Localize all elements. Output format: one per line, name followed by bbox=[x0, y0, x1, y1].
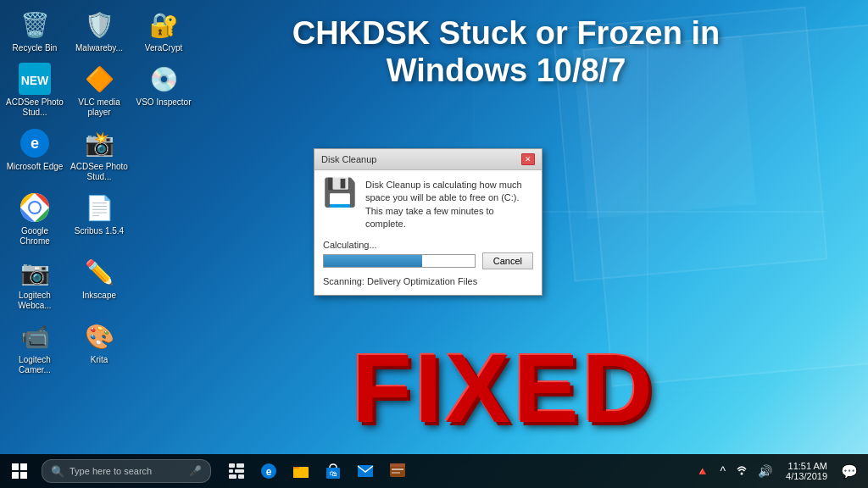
progress-section: Calculating... Cancel Scanning: Delivery… bbox=[323, 240, 533, 286]
edge-icon: e bbox=[18, 126, 52, 160]
desktop-icons: 🗑️ Recycle Bin 🛡️ Malwareby... 🔐 VeraCry… bbox=[4, 4, 194, 379]
inkscape-icon: ✏️ bbox=[82, 255, 116, 289]
microphone-icon: 🎤 bbox=[189, 465, 202, 477]
svg-rect-16 bbox=[20, 472, 27, 479]
system-tray: 🔺 ^ 🔊 11:51 AM 4/13/2019 💬 bbox=[692, 460, 868, 483]
malwarebytes-icon: 🛡️ bbox=[82, 8, 116, 42]
progress-label: Calculating... bbox=[323, 240, 533, 250]
fixed-text: FIXED bbox=[165, 340, 843, 437]
progress-row: Cancel bbox=[323, 252, 533, 269]
clock-date: 4/13/2019 bbox=[786, 471, 827, 481]
cancel-button[interactable]: Cancel bbox=[482, 252, 533, 269]
chrome-icon bbox=[18, 191, 52, 225]
desktop: 🗑️ Recycle Bin 🛡️ Malwareby... 🔐 VeraCry… bbox=[0, 0, 868, 488]
recycle-bin-icon: 🗑️ bbox=[18, 8, 52, 42]
svg-point-34 bbox=[741, 472, 743, 474]
svg-rect-33 bbox=[392, 472, 400, 474]
svg-text:🛍: 🛍 bbox=[330, 469, 337, 478]
icon-vlc[interactable]: 🔶 VLC media player bbox=[69, 58, 130, 121]
tray-chevron-icon[interactable]: ^ bbox=[716, 463, 729, 480]
clock-time: 11:51 AM bbox=[788, 461, 827, 471]
progress-bar-container bbox=[323, 254, 476, 268]
tray-volume-icon[interactable]: 🔊 bbox=[754, 463, 776, 480]
search-icon: 🔍 bbox=[51, 465, 64, 478]
svg-rect-15 bbox=[12, 472, 19, 479]
taskbar-browser2[interactable] bbox=[382, 454, 413, 488]
tray-network-icon[interactable]: 🔺 bbox=[692, 463, 713, 480]
taskbar-mail[interactable] bbox=[350, 454, 381, 488]
acdsee2-icon: 📸 bbox=[82, 126, 116, 160]
disk-cleanup-dialog: Disk Cleanup ✕ 💾 Disk Cleanup is calcula… bbox=[314, 148, 542, 296]
recycle-bin-label: Recycle Bin bbox=[13, 43, 58, 53]
disk-cleanup-icon: 💾 bbox=[323, 179, 357, 206]
vlc-icon: 🔶 bbox=[82, 62, 116, 96]
search-bar[interactable]: 🔍 Type here to search 🎤 bbox=[42, 459, 211, 483]
svg-rect-14 bbox=[20, 463, 27, 470]
dialog-body: 💾 Disk Cleanup is calculating how much s… bbox=[314, 170, 542, 295]
vlc-label: VLC media player bbox=[70, 97, 128, 118]
svg-rect-29 bbox=[358, 465, 373, 477]
svg-point-12 bbox=[30, 202, 40, 213]
tray-network-wifi[interactable] bbox=[732, 463, 751, 480]
dialog-close-button[interactable]: ✕ bbox=[521, 153, 535, 165]
icon-logitech-web[interactable]: 📷 Logitech Webca... bbox=[4, 252, 65, 314]
dialog-titlebar: Disk Cleanup ✕ bbox=[314, 149, 542, 170]
icon-malwarebytes[interactable]: 🛡️ Malwareby... bbox=[69, 4, 130, 57]
icon-krita[interactable]: 🎨 Krita bbox=[69, 316, 130, 369]
svg-rect-26 bbox=[293, 469, 309, 478]
svg-rect-13 bbox=[12, 463, 19, 470]
icon-edge[interactable]: e Microsoft Edge bbox=[4, 123, 65, 175]
svg-rect-31 bbox=[390, 463, 405, 467]
svg-rect-20 bbox=[235, 469, 244, 473]
inkscape-label: Inkscape bbox=[82, 291, 116, 301]
scribus-label: Scribus 1.5.4 bbox=[75, 226, 124, 236]
acdsee-label: ACDSee Photo Stud... bbox=[6, 97, 64, 118]
start-button[interactable] bbox=[0, 454, 38, 488]
taskbar-app-icons: e 🛍 bbox=[221, 454, 413, 488]
notification-icon[interactable]: 💬 bbox=[837, 460, 861, 483]
krita-icon: 🎨 bbox=[82, 319, 116, 353]
scanning-text: Scanning: Delivery Optimization Files bbox=[323, 276, 533, 286]
icon-scribus[interactable]: 📄 Scribus 1.5.4 bbox=[69, 187, 130, 240]
logitech-cam-icon: 📹 bbox=[18, 319, 52, 353]
icon-recycle-bin[interactable]: 🗑️ Recycle Bin bbox=[4, 4, 65, 57]
chrome-label: Google Chrome bbox=[6, 226, 64, 247]
svg-text:e: e bbox=[266, 466, 272, 478]
malwarebytes-label: Malwareby... bbox=[75, 43, 123, 53]
svg-rect-21 bbox=[229, 474, 236, 479]
search-placeholder: Type here to search bbox=[70, 466, 152, 476]
svg-rect-19 bbox=[229, 469, 233, 473]
icon-inkscape[interactable]: ✏️ Inkscape bbox=[69, 252, 130, 304]
taskbar-edge[interactable]: e bbox=[253, 454, 284, 488]
icon-chrome[interactable]: Google Chrome bbox=[4, 187, 65, 250]
svg-rect-22 bbox=[238, 474, 244, 479]
icon-logitech-cam[interactable]: 📹 Logitech Camer... bbox=[4, 316, 65, 379]
acdsee2-label: ACDSee Photo Stud... bbox=[70, 162, 128, 182]
scanning-value: Delivery Optimization Files bbox=[367, 276, 477, 286]
scanning-label: Scanning: bbox=[323, 276, 364, 286]
dialog-title: Disk Cleanup bbox=[321, 154, 376, 164]
logitech-webcam-icon: 📷 bbox=[18, 255, 52, 289]
logitech-webcam-label: Logitech Webca... bbox=[6, 291, 64, 311]
svg-text:e: e bbox=[31, 135, 39, 152]
svg-rect-18 bbox=[236, 463, 244, 468]
progress-bar-fill bbox=[324, 255, 422, 267]
dialog-icon-row: 💾 Disk Cleanup is calculating how much s… bbox=[323, 179, 533, 231]
acdsee-icon: NEW bbox=[18, 62, 52, 96]
main-title: CHKDSK Stuck or Frozen in Windows 10/8/7 bbox=[170, 15, 843, 89]
taskbar-task-view[interactable] bbox=[221, 454, 252, 488]
taskbar: 🔍 Type here to search 🎤 e bbox=[0, 454, 868, 488]
logitech-cam-label: Logitech Camer... bbox=[6, 355, 64, 375]
krita-label: Krita bbox=[91, 355, 108, 365]
svg-text:NEW: NEW bbox=[21, 74, 49, 87]
icon-acdsee2[interactable]: 📸 ACDSee Photo Stud... bbox=[69, 123, 130, 186]
vso-label: VSO Inspector bbox=[136, 97, 191, 108]
title-line1: CHKDSK Stuck or Frozen in bbox=[170, 15, 843, 53]
title-line2: Windows 10/8/7 bbox=[170, 53, 843, 90]
icon-acdsee[interactable]: NEW ACDSee Photo Stud... bbox=[4, 58, 65, 121]
taskbar-store[interactable]: 🛍 bbox=[318, 454, 348, 488]
scribus-icon: 📄 bbox=[82, 191, 116, 225]
taskbar-file-explorer[interactable] bbox=[286, 454, 316, 488]
system-clock[interactable]: 11:51 AM 4/13/2019 bbox=[779, 461, 834, 481]
edge-label: Microsoft Edge bbox=[7, 162, 64, 172]
